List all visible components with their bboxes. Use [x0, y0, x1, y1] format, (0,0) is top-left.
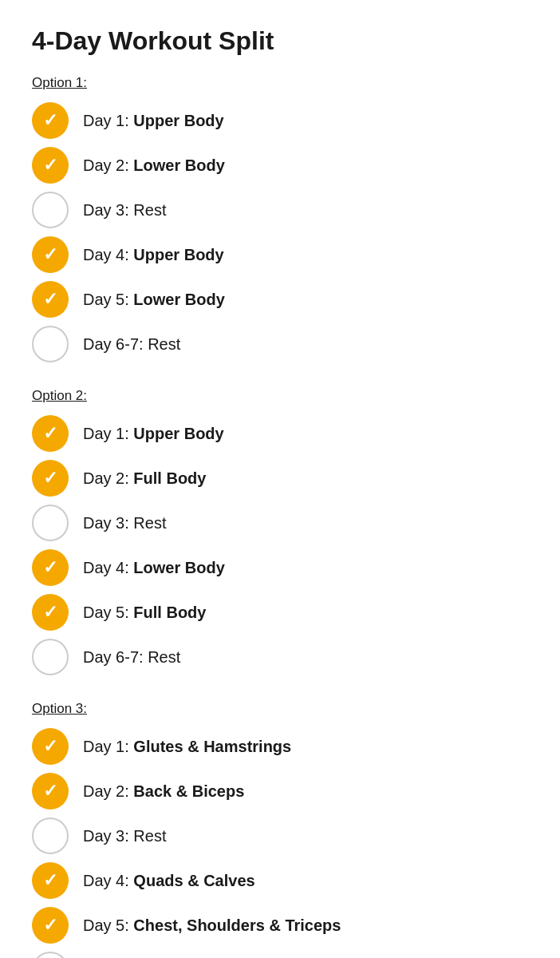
day-bold-label: Upper Body [133, 246, 223, 263]
day-item: ✓Day 4: Upper Body [32, 236, 528, 273]
option-section-3: Option 3:✓Day 1: Glutes & Hamstrings✓Day… [32, 701, 528, 958]
checked-circle-icon[interactable]: ✓ [32, 728, 69, 765]
day-label: Day 2: Full Body [83, 469, 206, 488]
checked-circle-icon[interactable]: ✓ [32, 773, 69, 810]
day-bold-label: Lower Body [133, 559, 224, 576]
checkmark-icon: ✓ [43, 425, 57, 442]
unchecked-circle-icon[interactable] [32, 505, 69, 541]
day-label: Day 1: Glutes & Hamstrings [83, 738, 291, 756]
option-label-2: Option 2: [32, 388, 528, 404]
day-item: Day 3: Rest [32, 192, 528, 228]
page-title: 4-Day Workout Split [32, 26, 528, 56]
day-item: ✓Day 4: Lower Body [32, 549, 528, 586]
checkmark-icon: ✓ [43, 604, 57, 621]
day-label: Day 6-7: Rest [83, 335, 180, 354]
option-label-3: Option 3: [32, 701, 528, 717]
day-bold-label: Lower Body [133, 156, 224, 174]
day-bold-label: Full Body [133, 469, 206, 487]
day-bold-label: Glutes & Hamstrings [133, 738, 291, 755]
checkmark-icon: ✓ [43, 291, 57, 308]
checked-circle-icon[interactable]: ✓ [32, 862, 69, 899]
option-label-1: Option 1: [32, 75, 528, 91]
checked-circle-icon[interactable]: ✓ [32, 102, 69, 139]
day-bold-label: Back & Biceps [133, 782, 244, 800]
day-item: Day 3: Rest [32, 817, 528, 854]
checked-circle-icon[interactable]: ✓ [32, 415, 69, 452]
day-label: Day 5: Lower Body [83, 291, 225, 309]
day-label: Day 2: Back & Biceps [83, 782, 244, 801]
day-label: Day 4: Quads & Calves [83, 872, 255, 890]
checkmark-icon: ✓ [43, 246, 57, 263]
day-bold-label: Upper Body [133, 112, 223, 129]
checkmark-icon: ✓ [43, 469, 57, 487]
day-item: ✓Day 1: Glutes & Hamstrings [32, 728, 528, 765]
day-item: Day 6-7: Rest [32, 639, 528, 675]
day-label: Day 2: Lower Body [83, 156, 225, 175]
day-item: ✓Day 4: Quads & Calves [32, 862, 528, 899]
checked-circle-icon[interactable]: ✓ [32, 460, 69, 497]
day-bold-label: Chest, Shoulders & Triceps [133, 916, 341, 934]
unchecked-circle-icon[interactable] [32, 192, 69, 228]
day-item: ✓Day 5: Full Body [32, 594, 528, 631]
checkmark-icon: ✓ [43, 559, 57, 576]
unchecked-circle-icon[interactable] [32, 817, 69, 854]
checked-circle-icon[interactable]: ✓ [32, 147, 69, 184]
checked-circle-icon[interactable]: ✓ [32, 281, 69, 318]
day-bold-label: Upper Body [133, 425, 223, 442]
checked-circle-icon[interactable]: ✓ [32, 907, 69, 944]
day-label: Day 6-7: Rest [83, 648, 180, 667]
day-label: Day 4: Lower Body [83, 559, 225, 577]
day-item: ✓Day 2: Full Body [32, 460, 528, 497]
day-label: Day 1: Upper Body [83, 112, 224, 130]
option-section-2: Option 2:✓Day 1: Upper Body✓Day 2: Full … [32, 388, 528, 675]
option-section-1: Option 1:✓Day 1: Upper Body✓Day 2: Lower… [32, 75, 528, 362]
unchecked-circle-icon[interactable] [32, 639, 69, 675]
day-bold-label: Lower Body [133, 291, 224, 308]
checked-circle-icon[interactable]: ✓ [32, 594, 69, 631]
checkmark-icon: ✓ [43, 112, 57, 129]
day-label: Day 4: Upper Body [83, 246, 224, 264]
day-label: Day 1: Upper Body [83, 425, 224, 443]
day-item: ✓Day 2: Lower Body [32, 147, 528, 184]
day-item: ✓Day 2: Back & Biceps [32, 773, 528, 810]
day-item: ✓Day 5: Lower Body [32, 281, 528, 318]
day-label: Day 3: Rest [83, 827, 166, 845]
day-bold-label: Full Body [133, 604, 206, 621]
day-item: Day 6-7: Rest [32, 952, 528, 958]
checked-circle-icon[interactable]: ✓ [32, 549, 69, 586]
day-label: Day 3: Rest [83, 201, 166, 220]
day-item: ✓Day 1: Upper Body [32, 102, 528, 139]
checkmark-icon: ✓ [43, 156, 57, 174]
checkmark-icon: ✓ [43, 782, 57, 800]
checkmark-icon: ✓ [43, 738, 57, 755]
checkmark-icon: ✓ [43, 916, 57, 934]
day-item: Day 3: Rest [32, 505, 528, 541]
checkmark-icon: ✓ [43, 872, 57, 889]
day-label: Day 5: Chest, Shoulders & Triceps [83, 916, 341, 935]
unchecked-circle-icon[interactable] [32, 326, 69, 362]
day-bold-label: Quads & Calves [133, 872, 254, 889]
day-item: Day 6-7: Rest [32, 326, 528, 362]
checked-circle-icon[interactable]: ✓ [32, 236, 69, 273]
day-label: Day 3: Rest [83, 514, 166, 532]
day-label: Day 5: Full Body [83, 604, 206, 622]
unchecked-circle-icon[interactable] [32, 952, 69, 958]
day-item: ✓Day 5: Chest, Shoulders & Triceps [32, 907, 528, 944]
day-item: ✓Day 1: Upper Body [32, 415, 528, 452]
